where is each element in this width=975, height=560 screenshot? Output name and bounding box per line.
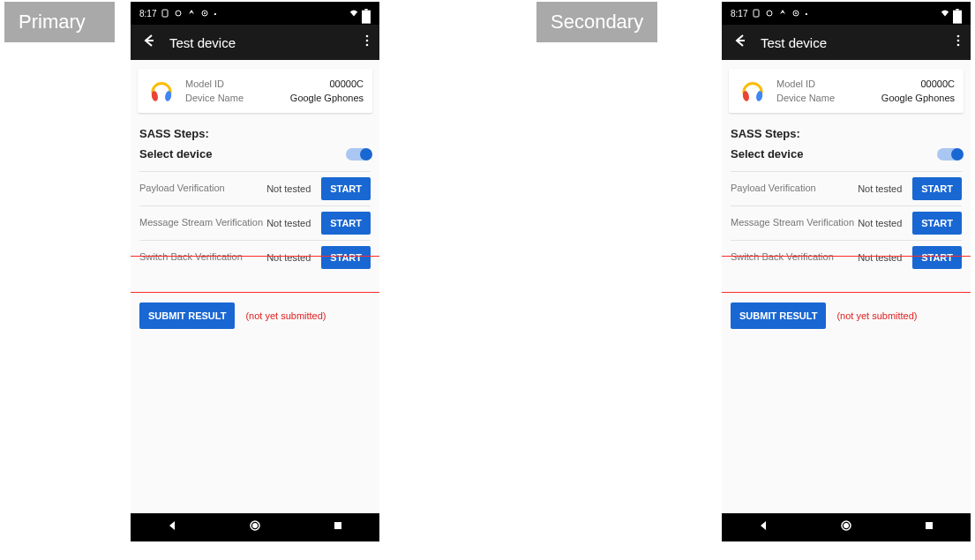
svg-point-22 — [957, 44, 960, 47]
submit-result-button[interactable]: SUBMIT RESULT — [139, 302, 235, 329]
test-name: Message Stream Verification — [731, 217, 858, 228]
svg-rect-4 — [362, 11, 371, 24]
test-status: Not tested — [858, 218, 912, 228]
test-name: Payload Verification — [139, 183, 266, 194]
test-name: Switch Back Verification — [139, 251, 266, 263]
back-arrow-icon[interactable] — [732, 34, 746, 51]
status-dot-icon: • — [214, 10, 216, 18]
status-icon-3 — [778, 9, 787, 18]
svg-rect-13 — [334, 522, 341, 529]
select-device-label: Select device — [139, 147, 212, 161]
start-button-switch-back[interactable]: START — [321, 246, 371, 269]
sass-steps-title: SASS Steps: — [731, 127, 962, 140]
start-button-message-stream[interactable]: START — [321, 212, 371, 235]
status-icon-2 — [765, 9, 774, 18]
svg-point-3 — [204, 12, 206, 14]
test-status: Not tested — [266, 218, 321, 228]
nav-bar — [131, 513, 379, 541]
more-menu-icon[interactable] — [365, 34, 369, 50]
test-status: Not tested — [858, 183, 912, 194]
start-button-payload[interactable]: START — [321, 177, 371, 200]
nav-recent-icon[interactable] — [332, 519, 344, 535]
headphone-icon — [146, 76, 176, 106]
svg-rect-18 — [953, 11, 962, 24]
test-status: Not tested — [266, 252, 321, 263]
svg-point-12 — [252, 523, 258, 528]
submit-status: (not yet submitted) — [836, 310, 917, 321]
phone-primary: 8:17 • Test device Model — [131, 2, 379, 541]
test-status: Not tested — [858, 252, 912, 263]
model-id-value: 00000C — [329, 78, 364, 89]
test-status: Not tested — [266, 183, 321, 194]
device-card: Model ID 00000C Device Name Google Gphon… — [729, 69, 964, 113]
model-id-label: Model ID — [776, 78, 815, 89]
svg-rect-14 — [754, 10, 759, 17]
select-device-label: Select device — [731, 147, 803, 161]
nav-back-icon[interactable] — [757, 519, 769, 535]
label-primary: Primary — [4, 2, 115, 42]
nav-home-icon[interactable] — [840, 519, 852, 535]
test-row-message-stream: Message Stream Verification Not tested S… — [139, 205, 371, 240]
app-bar: Test device — [722, 25, 971, 60]
test-row-switch-back: Switch Back Verification Not tested STAR… — [139, 240, 371, 274]
test-row-switch-back: Switch Back Verification Not tested STAR… — [731, 240, 962, 274]
battery-icon — [953, 9, 962, 18]
svg-rect-19 — [956, 9, 958, 11]
device-name-label: Device Name — [776, 93, 835, 103]
back-arrow-icon[interactable] — [141, 34, 155, 51]
nav-back-icon[interactable] — [166, 519, 178, 535]
status-bar: 8:17 • — [131, 2, 379, 25]
nav-bar — [722, 513, 971, 541]
svg-point-7 — [366, 40, 369, 42]
svg-point-6 — [366, 35, 369, 38]
status-bar: 8:17 • — [722, 2, 971, 25]
app-bar: Test device — [131, 25, 379, 60]
nav-recent-icon[interactable] — [923, 519, 935, 535]
status-icon-1 — [161, 9, 169, 18]
submit-result-button[interactable]: SUBMIT RESULT — [731, 302, 826, 329]
svg-point-21 — [957, 40, 960, 42]
svg-rect-0 — [162, 10, 168, 17]
model-id-label: Model ID — [185, 78, 224, 89]
label-secondary: Secondary — [536, 2, 657, 42]
svg-point-1 — [176, 11, 181, 16]
device-name-label: Device Name — [185, 93, 244, 103]
svg-rect-5 — [364, 9, 367, 11]
wifi-icon — [349, 9, 358, 18]
device-name-value: Google Gphones — [881, 93, 955, 103]
start-button-message-stream[interactable]: START — [912, 212, 962, 235]
model-id-value: 00000C — [920, 78, 955, 89]
start-button-switch-back[interactable]: START — [912, 246, 962, 269]
gear-icon — [200, 9, 209, 18]
nav-home-icon[interactable] — [249, 519, 261, 535]
svg-point-20 — [957, 35, 960, 38]
select-device-toggle[interactable] — [346, 148, 371, 161]
submit-status: (not yet submitted) — [245, 310, 326, 321]
svg-point-26 — [844, 523, 849, 528]
test-row-payload: Payload Verification Not tested START — [731, 171, 962, 205]
status-icon-1 — [752, 9, 761, 18]
device-name-value: Google Gphones — [290, 93, 364, 103]
test-row-message-stream: Message Stream Verification Not tested S… — [731, 205, 962, 240]
start-button-payload[interactable]: START — [912, 177, 962, 200]
svg-point-15 — [767, 11, 772, 16]
test-name: Message Stream Verification — [139, 217, 266, 228]
status-time: 8:17 — [731, 9, 747, 19]
wifi-icon — [941, 9, 949, 18]
test-row-payload: Payload Verification Not tested START — [139, 171, 371, 205]
gear-icon — [791, 9, 800, 18]
svg-rect-27 — [926, 522, 933, 529]
select-device-toggle[interactable] — [937, 148, 962, 161]
test-name: Payload Verification — [731, 183, 858, 194]
headphone-icon — [738, 76, 768, 106]
page-title: Test device — [761, 35, 827, 50]
more-menu-icon[interactable] — [956, 34, 960, 50]
status-icon-3 — [187, 9, 196, 18]
sass-steps-title: SASS Steps: — [139, 127, 371, 140]
phone-secondary: 8:17 • Test device Model — [722, 2, 971, 541]
svg-point-8 — [366, 44, 369, 47]
status-icon-2 — [174, 9, 183, 18]
device-card: Model ID 00000C Device Name Google Gphon… — [138, 69, 372, 113]
page-title: Test device — [169, 35, 236, 50]
svg-point-17 — [795, 12, 797, 14]
